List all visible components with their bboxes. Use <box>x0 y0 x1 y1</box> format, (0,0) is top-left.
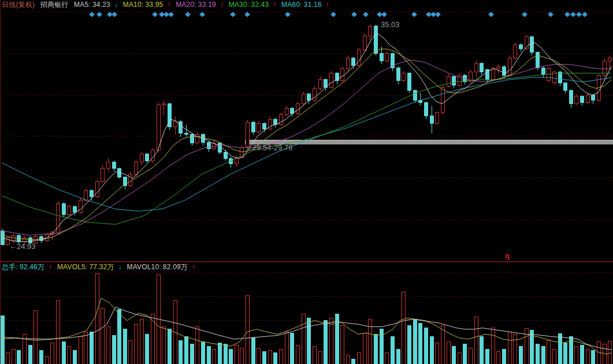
ma20-line <box>2 60 611 235</box>
event-diamond-icon[interactable] <box>330 12 336 17</box>
event-diamond-icon[interactable] <box>522 12 527 17</box>
ma5-line <box>2 34 611 242</box>
event-diamond-markers <box>89 12 588 17</box>
ma5-trend-arrow-icon: ↓ <box>114 1 118 9</box>
ma10-trend-arrow-icon: ↑ <box>167 1 170 9</box>
ma10-indicator: MA10:33.95 <box>123 1 164 9</box>
event-diamond-icon[interactable] <box>411 12 417 17</box>
stock-chart-canvas[interactable]: ←35.03←29.54-29.76←24.93q <box>0 0 613 364</box>
mavol10-line <box>2 307 611 350</box>
ma30-trend-arrow-icon: ↑ <box>273 1 276 9</box>
event-diamond-icon[interactable] <box>435 12 441 17</box>
price-annotation: ←29.54-29.76 <box>245 143 292 152</box>
event-diamond-icon[interactable] <box>199 12 205 17</box>
panel-chrome <box>0 0 613 364</box>
mavol5-line <box>2 298 611 354</box>
ma20-indicator: MA20:33.19 <box>176 1 216 9</box>
stock-name: 招商银行 <box>40 1 69 9</box>
volume-ma-lines <box>2 298 611 354</box>
ma20-trend-arrow-icon: ↑ <box>220 1 224 9</box>
event-diamond-icon[interactable] <box>548 12 553 17</box>
volume-panel-header: 总手:92.46万↑ MAVOL5:77.32万↓ MAVOL10:82.09万… <box>2 263 198 272</box>
event-diamond-icon[interactable] <box>576 12 582 17</box>
ma60-indicator: MA60:31.16 <box>281 1 322 9</box>
mavol5-indicator: MAVOL5:77.32万 <box>57 263 114 271</box>
ma30-line <box>2 73 611 225</box>
volume-bars <box>1 273 612 364</box>
main-gridlines <box>0 12 613 220</box>
period-label: 日线(复权) <box>2 1 35 9</box>
event-diamond-icon[interactable] <box>152 12 158 17</box>
stock-chart-app: ←35.03←29.54-29.76←24.93q 日线(复权) 招商银行 MA… <box>0 0 613 364</box>
event-diamond-icon[interactable] <box>96 12 102 17</box>
price-band <box>245 140 613 144</box>
event-diamond-icon[interactable] <box>351 12 357 17</box>
mavol10-indicator: MAVOL10:82.09万 <box>127 263 188 271</box>
event-diamond-icon[interactable] <box>564 12 570 17</box>
total-volume-trend-arrow-icon: ↑ <box>49 263 52 271</box>
event-diamond-icon[interactable] <box>363 12 369 17</box>
event-diamond-icon[interactable] <box>285 12 291 17</box>
event-diamond-icon[interactable] <box>168 12 174 17</box>
event-diamond-icon[interactable] <box>582 12 588 17</box>
mavol5-trend-arrow-icon: ↓ <box>118 263 122 271</box>
candles <box>1 24 612 246</box>
event-diamond-icon[interactable] <box>112 12 117 17</box>
main-chart-header: 日线(复权) 招商银行 MA5:34.23↓ MA10:33.95↑ MA20:… <box>2 1 332 9</box>
total-volume-indicator: 总手:92.46万 <box>2 263 44 271</box>
price-annotation: q <box>505 251 510 260</box>
ma30-indicator: MA30:32.43 <box>229 1 269 9</box>
event-diamond-icon[interactable] <box>381 12 387 17</box>
price-annotation: ←35.03 <box>373 20 400 29</box>
event-diamond-icon[interactable] <box>488 12 494 17</box>
event-diamond-icon[interactable] <box>185 12 191 17</box>
event-diamond-icon[interactable] <box>244 12 250 17</box>
event-diamond-icon[interactable] <box>570 12 576 17</box>
event-diamond-icon[interactable] <box>230 12 236 17</box>
event-diamond-icon[interactable] <box>89 12 95 17</box>
mavol10-trend-arrow-icon: ↑ <box>192 263 195 271</box>
ma5-indicator: MA5:34.23 <box>74 1 110 9</box>
ma60-trend-arrow-icon: ↑ <box>326 1 329 9</box>
ma-lines <box>2 34 611 242</box>
price-annotation: ←24.93 <box>9 242 36 251</box>
